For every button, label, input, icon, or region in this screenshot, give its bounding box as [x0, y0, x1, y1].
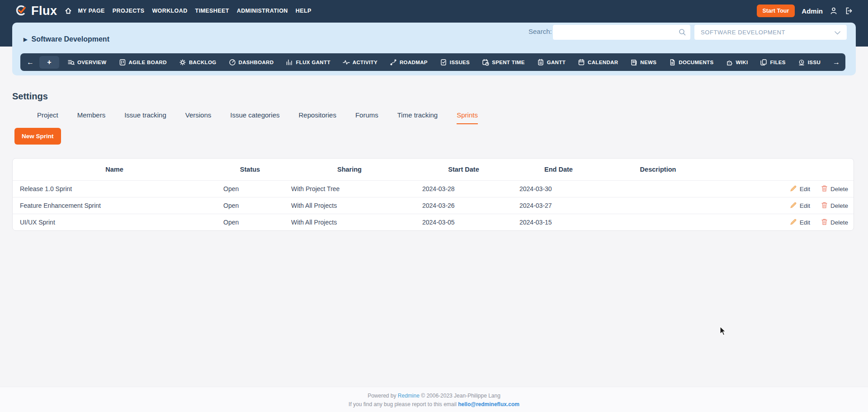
tab-label-overview: OVERVIEW: [77, 60, 107, 65]
sprint-name: Release 1.0 Sprint: [13, 185, 216, 192]
project-selector-dropdown[interactable]: SOFTWARE DEVELOPMENT: [694, 25, 847, 40]
tab-files[interactable]: FILES: [760, 59, 785, 66]
nav-item-my-page[interactable]: MY PAGE: [77, 6, 106, 16]
edit-button[interactable]: Edit: [790, 201, 810, 210]
tab-issues[interactable]: ISSUES: [440, 59, 470, 66]
column-header-start-date[interactable]: Start Date: [415, 166, 512, 173]
table-body: Release 1.0 SprintOpenWith Project Tree2…: [13, 180, 854, 230]
start-tour-button[interactable]: Start Tour: [757, 5, 795, 17]
sprint-start-date: 2024-03-26: [415, 202, 512, 209]
sprint-status: Open: [216, 185, 284, 192]
nav-item-workload[interactable]: WORKLOAD: [151, 6, 188, 16]
backlog-icon: [179, 59, 186, 66]
page-title: Settings: [12, 91, 48, 102]
nav-item-administration[interactable]: ADMINISTRATION: [236, 6, 289, 16]
spent-time-icon: [482, 59, 489, 66]
navbar-right-group: Start Tour Admin: [757, 5, 853, 17]
tab-overview[interactable]: OVERVIEW: [67, 59, 107, 66]
settings-tab-repositories[interactable]: Repositories: [299, 111, 336, 124]
tab-news[interactable]: NEWS: [630, 59, 656, 66]
mouse-cursor: [720, 326, 727, 338]
tabs-scroll-left-icon[interactable]: ←: [25, 58, 36, 66]
report-email-link[interactable]: hello@redmineflux.com: [458, 401, 519, 407]
footer-bug-report-line: If you find any bug please report to thi…: [0, 401, 868, 407]
logout-icon[interactable]: [844, 7, 853, 15]
footer-copyright: © 2006-2023 Jean-Philippe Lang: [421, 393, 500, 399]
tab-gantt[interactable]: GANTT: [537, 59, 566, 66]
delete-button[interactable]: Delete: [821, 218, 848, 227]
tab-label-agile-board: AGILE BOARD: [129, 60, 167, 65]
tab-agile-board[interactable]: AGILE BOARD: [119, 59, 167, 66]
new-sprint-button[interactable]: New Sprint: [14, 128, 61, 145]
tab-label-flux-gantt: FLUX GANTT: [296, 60, 330, 65]
flux-logo[interactable]: Flux: [15, 4, 57, 18]
wiki-icon: [726, 59, 733, 66]
redmine-link[interactable]: Redmine: [398, 393, 420, 399]
settings-tab-members[interactable]: Members: [77, 111, 106, 124]
nav-item-projects[interactable]: PROJECTS: [112, 6, 146, 16]
sprint-end-date: 2024-03-27: [512, 202, 605, 209]
settings-tab-forums[interactable]: Forums: [355, 111, 378, 124]
tabs-scroll-right-icon[interactable]: →: [830, 53, 840, 71]
table-row: Release 1.0 SprintOpenWith Project Tree2…: [13, 180, 854, 197]
delete-trash-icon: [821, 185, 828, 193]
edit-pencil-icon: [790, 201, 797, 210]
current-user-label[interactable]: Admin: [802, 7, 823, 15]
delete-label: Delete: [830, 186, 848, 192]
settings-tab-time-tracking[interactable]: Time tracking: [397, 111, 438, 124]
home-icon[interactable]: [65, 7, 72, 14]
roadmap-icon: [390, 59, 397, 66]
tab-activity[interactable]: ACTIVITY: [343, 59, 377, 66]
settings-tab-project[interactable]: Project: [37, 111, 58, 124]
column-header-name[interactable]: Name: [13, 166, 216, 173]
tab-roadmap[interactable]: ROADMAP: [390, 59, 428, 66]
sprint-name: Feature Enhancement Sprint: [13, 202, 216, 209]
settings-tab-issue-categories[interactable]: Issue categories: [230, 111, 279, 124]
edit-label: Edit: [800, 219, 810, 226]
search-icon[interactable]: [679, 28, 686, 36]
column-header-status[interactable]: Status: [216, 166, 284, 173]
column-header-end-date[interactable]: End Date: [512, 166, 605, 173]
delete-button[interactable]: Delete: [821, 201, 848, 210]
table-row: UI/UX SprintOpenWith All Projects2024-03…: [13, 214, 854, 230]
breadcrumb[interactable]: ▶ Software Development: [24, 35, 109, 43]
tab-documents[interactable]: DOCUMENTS: [669, 59, 713, 66]
edit-button[interactable]: Edit: [790, 218, 810, 227]
settings-tab-sprints[interactable]: Sprints: [457, 111, 478, 124]
settings-tab-issue-tracking[interactable]: Issue tracking: [124, 111, 166, 124]
settings-tab-versions[interactable]: Versions: [185, 111, 212, 124]
tab-label-gantt: GANTT: [547, 60, 566, 65]
activity-icon: [343, 59, 350, 66]
main-menu: MY PAGEPROJECTSWORKLOADTIMESHEETADMINIST…: [77, 6, 312, 16]
breadcrumb-arrow-icon: ▶: [24, 37, 27, 42]
nav-item-timesheet[interactable]: TIMESHEET: [194, 6, 230, 16]
column-header-description[interactable]: Description: [605, 166, 711, 173]
tab-issu[interactable]: ISSU: [798, 59, 821, 66]
tab-spent-time[interactable]: SPENT TIME: [482, 59, 525, 66]
delete-button[interactable]: Delete: [821, 185, 848, 193]
user-icon[interactable]: [830, 7, 838, 15]
tab-label-spent-time: SPENT TIME: [492, 60, 525, 65]
search-label: Search:: [528, 28, 552, 35]
footer-powered-by: Powered by: [368, 393, 396, 399]
tab-calendar[interactable]: CALENDAR: [578, 59, 618, 66]
nav-item-help[interactable]: HELP: [295, 6, 312, 16]
news-icon: [630, 59, 637, 66]
edit-label: Edit: [800, 202, 810, 209]
tab-label-documents: DOCUMENTS: [679, 60, 713, 65]
breadcrumb-project-name: Software Development: [31, 35, 109, 43]
add-tab-button[interactable]: +: [39, 56, 59, 69]
tab-backlog[interactable]: BACKLOG: [179, 59, 217, 66]
column-header-sharing[interactable]: Sharing: [284, 166, 415, 173]
sprint-end-date: 2024-03-30: [512, 185, 605, 192]
tab-label-files: FILES: [770, 60, 785, 65]
tab-flux-gantt[interactable]: FLUX GANTT: [286, 59, 330, 66]
gantt-icon: [537, 59, 544, 66]
calendar-icon: [578, 59, 585, 66]
search-input[interactable]: [553, 29, 679, 36]
tab-label-calendar: CALENDAR: [588, 60, 618, 65]
edit-button[interactable]: Edit: [790, 185, 810, 193]
tab-dashboard[interactable]: DASHBOARD: [229, 59, 274, 66]
delete-label: Delete: [830, 202, 848, 209]
tab-wiki[interactable]: WIKI: [726, 59, 748, 66]
